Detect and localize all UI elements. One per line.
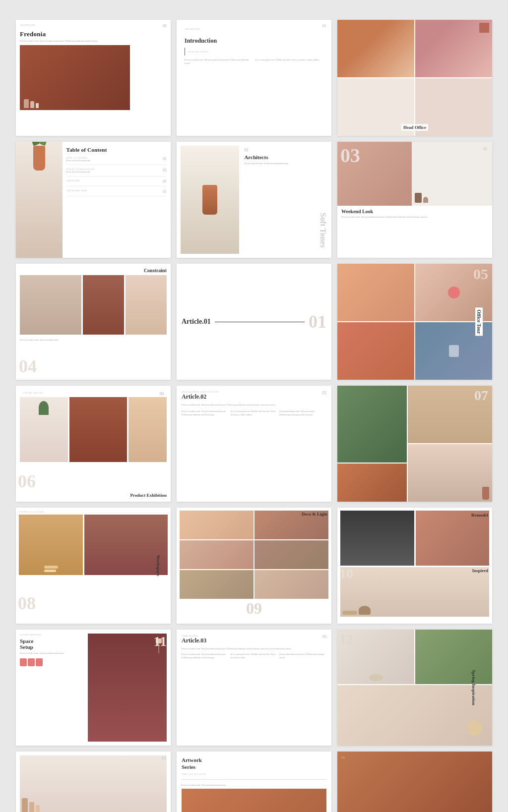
card8-num: 01 [309, 311, 326, 332]
card20-line [182, 779, 326, 780]
card10-images [20, 397, 167, 462]
card20-body: Proin ut iaculis enim. Sed porta malesua… [182, 784, 326, 787]
card10-section: LIVING SPACES [23, 392, 44, 396]
card13-plate1 [44, 566, 58, 569]
toc-num-2: 05 [163, 168, 167, 174]
toc-item-4: ARTWORK SIDE 01 [66, 189, 167, 196]
card7-images [20, 275, 167, 335]
card13-title: Workspace [155, 555, 160, 576]
card17-intro: Proin ut iaculis enim. Sed porta malesua… [182, 647, 326, 651]
card17-header: LIME & SEA Article.03 05 [182, 635, 326, 644]
card6-bottom: Weekend Look Proin ut iaculis enim. Sed … [337, 206, 492, 258]
card1-shapes [24, 99, 39, 108]
card14-img5 [180, 570, 254, 599]
card5-vase [202, 185, 217, 215]
card7-img2 [83, 275, 124, 335]
card15-plate1 [342, 611, 357, 615]
card15-top [340, 511, 489, 566]
card14-title: Deco & Light [302, 512, 327, 517]
card2-col1: Proin ut iaculis enim. Sed porta malesua… [185, 58, 253, 65]
card16-section: SHARP BROWNS [20, 634, 86, 636]
card6-img2 [412, 142, 492, 206]
card7-img3 [126, 275, 167, 335]
toc-num-1: 01 [163, 157, 167, 163]
card13-num: 08 [18, 593, 36, 614]
card18-bowl [369, 674, 383, 681]
page-card-toc: Table of Content WHY US WORKS Proin ut i… [16, 142, 171, 258]
card8-line [215, 322, 305, 322]
card10-num: 06 [18, 471, 36, 492]
card13-plate2 [44, 570, 56, 572]
card18-title: Spring Inspiration [471, 670, 476, 705]
card8-title: Article.01 [182, 318, 211, 326]
card6-obj2 [423, 197, 428, 203]
card18-num: 12 [339, 632, 353, 647]
card9-flower [448, 287, 460, 298]
card16-body: Proin ut iaculis enim. Sed porta malesua… [20, 652, 86, 655]
card11-col3: Proin malesuada enim. Sed porta neque. P… [279, 410, 326, 417]
page-card-deco-light: Deco & Light 09 [177, 508, 331, 624]
page-card-head-office: Head Office [337, 20, 492, 136]
card15-img1 [340, 511, 414, 566]
card11-header: DECORATION AND STYLING Article.02 02 [182, 391, 326, 401]
card15-bottom [340, 567, 489, 617]
toc-label-4: ARTWORK SIDE [66, 189, 87, 192]
cylinder-2 [30, 101, 34, 108]
card3-img-tr [415, 20, 492, 77]
card5-num: 02 [244, 148, 325, 152]
card1-image [20, 45, 130, 110]
card11-col1: Proin ut iaculis enim. Sed porta malesua… [182, 410, 229, 417]
page-card-fredonia: ARCHIVING 05 Fredonia Proin ut iaculis e… [16, 20, 171, 136]
card14-img3 [180, 540, 254, 569]
page-card-workspace: STORE & GALLERY 08 Workspace [16, 508, 171, 624]
card19-cyl3 [36, 805, 40, 812]
card13-images [19, 515, 168, 575]
page-card-introduction: 01 ARCHIVING Introduction OUR LOCATION P… [177, 20, 331, 136]
card7-title: Constraint [20, 268, 167, 273]
card21-num: 09 [341, 755, 345, 759]
card17-col3: Proin malesuada enim porta. Pellentesque… [279, 653, 326, 660]
card1-title: Fredonia [20, 30, 167, 38]
card12-img-rb [408, 444, 492, 502]
card3-square [479, 23, 489, 33]
card12-vase [482, 487, 489, 500]
card14-grid [180, 511, 328, 599]
page-card-terracotta: 09 ARCHWOOD [337, 752, 492, 812]
card2-col2: In at consequat lorem. Nullam faucibus. … [255, 58, 323, 65]
card16-chairs [20, 658, 86, 666]
card5-body: Proin ut iaculis enim. Sed porta malesua… [244, 162, 325, 166]
card9-img3 [337, 322, 414, 380]
card7-img1 [20, 275, 81, 335]
card12-left [337, 386, 407, 502]
card6-obj1 [415, 193, 422, 203]
card9-num: 05 [473, 266, 488, 283]
card18-top [337, 630, 492, 684]
page-card-space-setup: SHARP BROWNS SpaceSetup Proin ut iaculis… [16, 630, 171, 746]
card5-content: 02 Architects Proin ut iaculis enim. Sed… [242, 146, 327, 254]
card4-plant-side [16, 142, 63, 258]
card11-intro: Proin ut iaculis enim. Sed porta malesua… [182, 404, 326, 407]
page-card-office-tour: 05 Office Tour [337, 264, 492, 380]
card12-img-small [337, 464, 407, 502]
card1-brand: ARCHIVING [20, 24, 36, 28]
card18-img2 [415, 630, 492, 684]
card11-title: Article.02 [182, 393, 219, 401]
card15-title2: Inspired [472, 568, 488, 573]
card6-num-small: 02 [483, 147, 487, 151]
card19-cyl1 [22, 798, 28, 812]
card4-vase [33, 146, 45, 171]
card11-col2: In at consequat lorem. Nullam faucibus n… [231, 410, 278, 417]
card16-num: 11 [154, 634, 167, 649]
card2-num: 01 [322, 24, 326, 28]
card6-top [337, 142, 492, 206]
card2-cols: Proin ut iaculis enim. Sed porta malesua… [185, 58, 323, 65]
card6-title: Weekend Look [341, 209, 488, 214]
toc-item-2: EXTRA PUBLICATION Proin ut iaculis enim … [66, 168, 167, 176]
toc-item-3: ARTWORK 07 [66, 179, 167, 186]
card17-col1: Proin ut iaculis enim. Sed porta malesua… [182, 653, 229, 660]
card4-leaves [32, 142, 47, 148]
card5-image [181, 146, 239, 254]
card2-body2: In at consequat lorem. Nullam faucibus. … [255, 58, 323, 62]
card5-title: Architects [244, 154, 325, 160]
card13-section: STORE & GALLERY [19, 511, 44, 513]
